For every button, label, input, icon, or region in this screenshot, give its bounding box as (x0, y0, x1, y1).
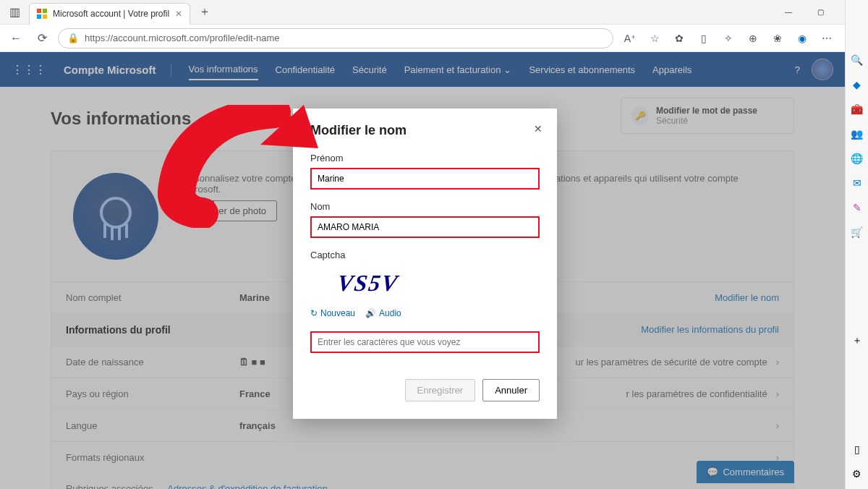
sb-world-icon[interactable]: 🌐 (849, 150, 865, 166)
modal-title: Modifier le nom (310, 123, 540, 138)
save-button[interactable]: Enregistrer (405, 379, 476, 401)
window-titlebar: ▥ Microsoft account | Votre profil ✕ ＋ ―… (0, 0, 868, 25)
url-field[interactable]: 🔒 https://account.microsoft.com/profile/… (58, 28, 613, 48)
read-aloud-icon[interactable]: A⁺ (619, 27, 641, 49)
profile-icon[interactable]: ◉ (791, 27, 813, 49)
ms-logo-icon (37, 9, 47, 19)
maximize-button[interactable]: ▢ (804, 0, 836, 25)
sb-cart-icon[interactable]: 🛒 (849, 224, 865, 240)
edit-name-modal: Modifier le nom ✕ Prénom Nom Captcha VS5… (293, 109, 557, 419)
browser-tab[interactable]: Microsoft account | Votre profil ✕ (29, 3, 190, 25)
sb-notebook-icon[interactable]: ▯ (849, 441, 865, 457)
sb-tag-icon[interactable]: ◆ (849, 77, 865, 93)
refresh-icon: ↻ (310, 308, 318, 318)
modal-close-button[interactable]: ✕ (534, 123, 542, 135)
svg-rect-1 (43, 9, 47, 13)
sb-settings-icon[interactable]: ⚙ (849, 466, 865, 482)
tab-close-icon[interactable]: ✕ (175, 9, 182, 19)
minimize-button[interactable]: ― (773, 0, 804, 25)
address-bar: ← ⟳ 🔒 https://account.microsoft.com/prof… (0, 25, 868, 52)
sb-people-icon[interactable]: 👥 (849, 126, 865, 142)
sb-image-icon[interactable]: ✎ (849, 200, 865, 216)
lastname-label: Nom (310, 201, 540, 212)
sb-search-icon[interactable]: 🔍 (849, 52, 865, 68)
captcha-input[interactable] (310, 331, 540, 353)
split-icon[interactable]: ▯ (693, 27, 715, 49)
url-text: https://account.microsoft.com/profile/ed… (85, 33, 280, 43)
menu-icon[interactable]: ⋯ (816, 27, 838, 49)
favorites-bar-icon[interactable]: ✧ (718, 27, 739, 49)
sb-add-icon[interactable]: ＋ (849, 333, 865, 349)
tab-title: Microsoft account | Votre profil (53, 9, 169, 19)
edge-sidebar: 🔍 ◆ 🧰 👥 🌐 ✉ ✎ 🛒 ＋ ▯ ⚙ (845, 0, 868, 489)
refresh-button[interactable]: ⟳ (32, 28, 52, 48)
extensions-icon[interactable]: ✿ (668, 27, 690, 49)
audio-icon: 🔊 (365, 308, 376, 318)
titlebar-left: ▥ Microsoft account | Votre profil ✕ ＋ (0, 0, 215, 25)
rewards-icon[interactable]: ❀ (767, 27, 788, 49)
back-button[interactable]: ← (6, 28, 26, 48)
captcha-label: Captcha (310, 250, 540, 260)
firstname-input[interactable] (310, 168, 540, 190)
address-tools: A⁺ ☆ ✿ ▯ ✧ ⊕ ❀ ◉ ⋯ ◐ (619, 27, 862, 49)
svg-rect-2 (37, 14, 41, 19)
lastname-input[interactable] (310, 216, 540, 238)
svg-rect-3 (43, 14, 47, 19)
cancel-button[interactable]: Annuler (482, 379, 540, 401)
svg-rect-0 (37, 9, 41, 13)
new-tab-button[interactable]: ＋ (195, 2, 215, 22)
favorite-icon[interactable]: ☆ (644, 27, 665, 49)
sb-tools-icon[interactable]: 🧰 (849, 101, 865, 117)
captcha-new-link[interactable]: ↻ Nouveau (310, 308, 355, 318)
tab-actions-icon[interactable]: ▥ (4, 2, 25, 22)
modal-actions: Enregistrer Annuler (310, 379, 540, 401)
sb-outlook-icon[interactable]: ✉ (849, 175, 865, 191)
collections-icon[interactable]: ⊕ (742, 27, 764, 49)
firstname-label: Prénom (310, 153, 540, 163)
lock-icon: 🔒 (67, 33, 79, 43)
captcha-audio-link[interactable]: 🔊 Audio (365, 308, 401, 318)
captcha-image: VS5V (307, 265, 428, 301)
captcha-links: ↻ Nouveau 🔊 Audio (310, 308, 540, 318)
